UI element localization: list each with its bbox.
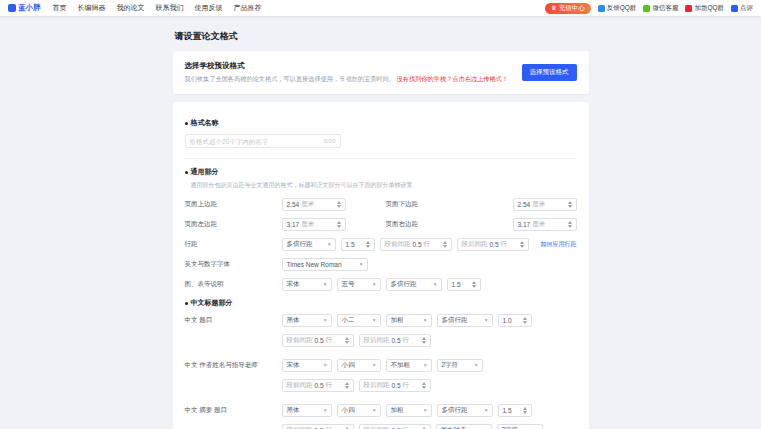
stepper-arrows[interactable] xyxy=(469,281,476,289)
space-before-stepper[interactable]: 段前间距 0.5 行 xyxy=(380,238,452,251)
cn-abstract-space-before-stepper[interactable]: 段前间距 0.5 行 xyxy=(282,424,354,429)
stepper-arrows[interactable] xyxy=(520,317,527,325)
quick-link-urgent-qq[interactable]: 加急QQ群 xyxy=(685,4,724,13)
cn-abstract-spacing-stepper[interactable]: 1.5 xyxy=(498,404,532,417)
stepper-arrows[interactable] xyxy=(342,382,349,390)
decrement-icon[interactable] xyxy=(520,245,524,248)
cn-author-indent-select[interactable]: 2字符 ▾ xyxy=(437,359,483,372)
increment-icon[interactable] xyxy=(422,337,426,340)
caption-spacing-type-select[interactable]: 多倍行距 ▾ xyxy=(386,278,442,291)
decrement-icon[interactable] xyxy=(337,225,341,228)
cn-title-size-select[interactable]: 小二 ▾ xyxy=(337,314,381,327)
cn-title-spacing-stepper[interactable]: 1.0 xyxy=(498,314,532,327)
select-value: 加粗 xyxy=(391,406,404,415)
stepper-arrows[interactable] xyxy=(440,241,447,249)
increment-icon[interactable] xyxy=(523,317,527,320)
margin-left-stepper[interactable]: 3.17 厘米 xyxy=(282,218,346,231)
increment-icon[interactable] xyxy=(345,337,349,340)
increment-icon[interactable] xyxy=(422,382,426,385)
format-name-field[interactable]: 0/20 xyxy=(185,134,341,148)
increment-icon[interactable] xyxy=(366,241,370,244)
decrement-icon[interactable] xyxy=(345,386,349,389)
stepper-arrows[interactable] xyxy=(334,201,341,209)
increment-icon[interactable] xyxy=(472,281,476,284)
stepper-arrows[interactable] xyxy=(419,337,426,345)
cn-abstract-size-select[interactable]: 小四 ▾ xyxy=(337,404,381,417)
decrement-icon[interactable] xyxy=(345,341,349,344)
stepper-arrows[interactable] xyxy=(419,382,426,390)
quick-link-wechat[interactable]: 微信客服 xyxy=(643,4,678,13)
increment-icon[interactable] xyxy=(443,241,447,244)
cn-abstract-weight-select[interactable]: 加粗 ▾ xyxy=(386,404,432,417)
increment-icon[interactable] xyxy=(568,201,572,204)
margin-bottom-stepper[interactable]: 2.54 厘米 xyxy=(513,198,577,211)
cn-author-weight-select[interactable]: 不加粗 ▾ xyxy=(386,359,432,372)
nav-item-home[interactable]: 首页 xyxy=(53,3,67,13)
caption-font-select[interactable]: 宋体 ▾ xyxy=(282,278,332,291)
cn-abstract-spacing-type-select[interactable]: 多倍行距 ▾ xyxy=(437,404,493,417)
cn-title-font-select[interactable]: 黑体 ▾ xyxy=(282,314,332,327)
field-label: 段前间距 xyxy=(385,240,411,249)
decrement-icon[interactable] xyxy=(422,341,426,344)
cn-title-space-before-stepper[interactable]: 段前间距 0.5 行 xyxy=(282,334,354,347)
line-spacing-value-stepper[interactable]: 1.5 xyxy=(341,238,375,251)
line-spacing-type-select[interactable]: 多倍行距 ▾ xyxy=(282,238,336,251)
decrement-icon[interactable] xyxy=(523,411,527,414)
stepper-value: 0.5 xyxy=(315,337,324,344)
upload-format-link[interactable]: 没有找到你的学校？点击右边上传格式！ xyxy=(397,75,508,82)
increment-icon[interactable] xyxy=(568,221,572,224)
app-logo[interactable]: 蓝小胖 xyxy=(8,3,41,13)
cn-author-space-before-stepper[interactable]: 段前间距 0.5 行 xyxy=(282,379,354,392)
increment-icon[interactable] xyxy=(520,241,524,244)
cn-abstract-space-after-stepper[interactable]: 段后间距 0.5 行 xyxy=(359,424,431,429)
nav-item-feedback[interactable]: 使用反馈 xyxy=(195,3,223,13)
stepper-arrows[interactable] xyxy=(565,221,572,229)
choose-preset-button[interactable]: 选择预设格式 xyxy=(522,64,577,81)
nav-item-contact[interactable]: 联系我们 xyxy=(156,3,184,13)
cn-title-spacing-type-select[interactable]: 多倍行距 ▾ xyxy=(437,314,493,327)
cn-abstract-font-select[interactable]: 黑体 ▾ xyxy=(282,404,332,417)
increment-icon[interactable] xyxy=(345,382,349,385)
decrement-icon[interactable] xyxy=(337,205,341,208)
decrement-icon[interactable] xyxy=(568,205,572,208)
recharge-button[interactable]: ♛ 充值中心 xyxy=(545,3,590,14)
decrement-icon[interactable] xyxy=(443,245,447,248)
stepper-arrows[interactable] xyxy=(520,407,527,415)
quick-link-feedback-qq[interactable]: 反馈QQ群 xyxy=(598,4,637,13)
quick-link-review[interactable]: 点评 xyxy=(731,4,753,13)
margin-right-label: 页面右边距 xyxy=(386,220,478,229)
increment-icon[interactable] xyxy=(337,201,341,204)
nav-item-my-papers[interactable]: 我的论文 xyxy=(117,3,145,13)
stepper-arrows[interactable] xyxy=(342,337,349,345)
decrement-icon[interactable] xyxy=(472,285,476,288)
caption-size-select[interactable]: 五号 ▾ xyxy=(337,278,381,291)
cn-author-size-select[interactable]: 小四 ▾ xyxy=(337,359,381,372)
english-font-select[interactable]: Times New Roman ▾ xyxy=(282,258,368,271)
format-name-input[interactable] xyxy=(190,138,321,145)
caption-spacing-stepper[interactable]: 1.5 xyxy=(447,278,481,291)
select-value: 2字符 xyxy=(442,361,459,370)
cn-author-space-after-stepper[interactable]: 段后间距 0.5 行 xyxy=(359,379,431,392)
cn-abstract-align-select[interactable]: 居中对齐 ▾ xyxy=(436,424,492,429)
margin-top-stepper[interactable]: 2.54 厘米 xyxy=(282,198,346,211)
decrement-icon[interactable] xyxy=(422,386,426,389)
stepper-arrows[interactable] xyxy=(334,221,341,229)
line-spacing-help-link[interactable]: 如何应用行距 xyxy=(541,240,577,249)
nav-item-products[interactable]: 产品推荐 xyxy=(234,3,262,13)
decrement-icon[interactable] xyxy=(568,225,572,228)
stepper-unit: 行 xyxy=(403,336,410,345)
nav-item-editor[interactable]: 长编辑器 xyxy=(78,3,106,13)
decrement-icon[interactable] xyxy=(366,245,370,248)
cn-title-space-after-stepper[interactable]: 段后间距 0.5 行 xyxy=(359,334,431,347)
margin-right-stepper[interactable]: 3.17 厘米 xyxy=(513,218,577,231)
stepper-arrows[interactable] xyxy=(363,241,370,249)
increment-icon[interactable] xyxy=(337,221,341,224)
space-after-stepper[interactable]: 段后间距 0.5 行 xyxy=(457,238,529,251)
cn-title-weight-select[interactable]: 加粗 ▾ xyxy=(386,314,432,327)
cn-author-font-select[interactable]: 宋体 ▾ xyxy=(282,359,332,372)
decrement-icon[interactable] xyxy=(523,321,527,324)
stepper-arrows[interactable] xyxy=(565,201,572,209)
increment-icon[interactable] xyxy=(523,407,527,410)
cn-abstract-indent-select[interactable]: 2字符 ▾ xyxy=(497,424,543,429)
stepper-arrows[interactable] xyxy=(517,241,524,249)
